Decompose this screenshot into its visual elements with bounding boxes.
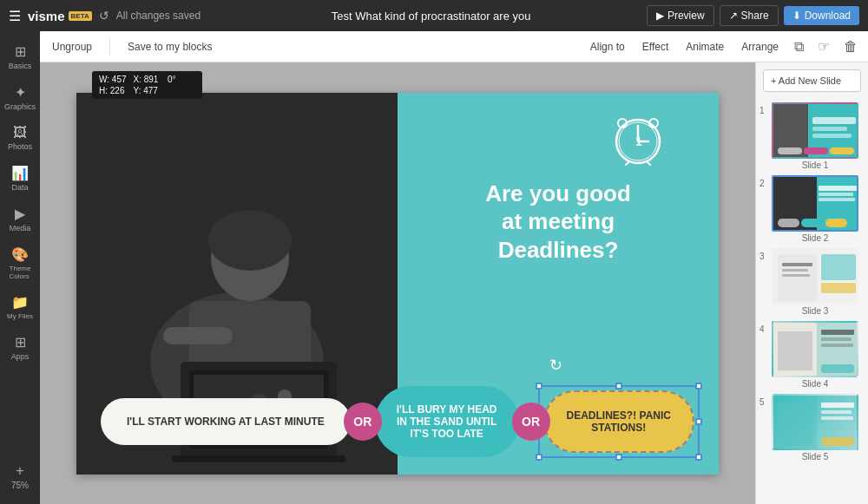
data-icon: 📊 <box>11 165 29 181</box>
editor-area: W: 457 X: 891 0° H: 226 Y: 477 <box>40 62 755 504</box>
logo: visme BETA <box>28 9 92 23</box>
or-1: OR <box>344 403 382 441</box>
theme-colors-icon: 🎨 <box>11 246 29 263</box>
or-2: OR <box>512 403 550 441</box>
sidebar-item-data[interactable]: 📊 Data <box>2 160 38 197</box>
slide-thumb-4 <box>772 321 858 377</box>
align-to-button[interactable]: Align to <box>587 39 628 55</box>
download-button[interactable]: ⬇ Download <box>784 6 859 25</box>
sidebar-item-basics[interactable]: ⊞ Basics <box>2 38 38 75</box>
slide-thumb-1 <box>772 102 858 159</box>
effect-button[interactable]: Effect <box>639 39 672 55</box>
delete-button[interactable]: 🗑 <box>842 37 859 56</box>
svg-point-3 <box>208 210 292 271</box>
undo-icon[interactable]: ↺ <box>99 9 109 23</box>
basics-icon: ⊞ <box>15 43 26 60</box>
finger-button[interactable]: ☞ <box>816 36 832 56</box>
slides-list: 1 <box>756 99 868 504</box>
rotate-handle[interactable]: ↻ <box>549 356 584 375</box>
w-label: W: 457 <box>99 75 127 84</box>
svg-rect-38 <box>825 219 847 227</box>
svg-rect-56 <box>821 403 854 408</box>
sidebar-item-my-files[interactable]: 📁 My Files <box>2 289 38 325</box>
share-button[interactable]: ↗ Share <box>720 5 779 26</box>
sidebar-item-apps[interactable]: ⊞ Apps <box>2 329 38 366</box>
hamburger-icon[interactable]: ☰ <box>9 8 21 24</box>
slide-item-4[interactable]: 4 <box>760 321 865 389</box>
slide-item-1[interactable]: 1 <box>760 102 865 170</box>
graphics-icon: ✦ <box>15 84 26 101</box>
svg-rect-48 <box>778 331 812 370</box>
photos-icon: 🖼 <box>13 125 27 141</box>
animate-button[interactable]: Animate <box>682 39 727 55</box>
slide-thumb-5 <box>772 394 858 450</box>
right-panel: ‹ + Add New Slide 1 <box>755 62 868 504</box>
alarm-clock-icon: 1 <box>610 110 667 167</box>
svg-rect-59 <box>821 437 854 446</box>
svg-rect-51 <box>821 344 853 347</box>
option-1-pill[interactable]: I'LL START WORKING AT LAST MINUTE <box>101 398 351 445</box>
svg-rect-50 <box>821 337 852 341</box>
svg-rect-40 <box>778 254 817 302</box>
svg-rect-43 <box>782 263 812 266</box>
slide-item-3[interactable]: 3 <box>760 248 865 316</box>
options-row: I'LL START WORKING AT LAST MINUTE OR I'L… <box>76 386 719 457</box>
zoom-add-icon[interactable]: + <box>16 463 23 479</box>
logo-beta: BETA <box>69 11 92 21</box>
save-to-blocks-button[interactable]: Save to my blocks <box>124 39 215 55</box>
svg-rect-41 <box>821 254 856 280</box>
slide-item-2[interactable]: 2 <box>760 175 865 243</box>
copy-button[interactable]: ⧉ <box>792 37 806 56</box>
ungroup-button[interactable]: Ungroup <box>49 39 95 55</box>
play-icon: ▶ <box>656 10 664 22</box>
sidebar-item-theme-colors[interactable]: 🎨 ThemeColors <box>2 241 38 285</box>
svg-rect-55 <box>778 403 812 446</box>
option-3-container: DEADLINES?! PANICSTATIONS! <box>543 390 694 453</box>
content-area: W: 457 X: 891 0° H: 226 Y: 477 <box>40 62 868 504</box>
x-label: X: 891 <box>134 75 161 84</box>
transform-overlay: W: 457 X: 891 0° H: 226 Y: 477 <box>92 71 202 99</box>
svg-rect-26 <box>812 127 847 131</box>
saved-text: All changes saved <box>116 10 201 22</box>
svg-rect-29 <box>804 147 828 154</box>
document-title: Test What kind of procrastinator are you <box>332 10 531 23</box>
sidebar-item-media[interactable]: ▶ Media <box>2 200 38 238</box>
zoom-level: 75% <box>11 481 29 490</box>
share-icon: ↗ <box>729 10 738 22</box>
slide-canvas[interactable]: 1 Are you good at meeting Deadlines? ↻ <box>76 93 719 475</box>
svg-rect-33 <box>819 186 857 191</box>
zoom-control: + 75% <box>11 463 29 490</box>
svg-line-21 <box>647 161 650 165</box>
context-toolbar: Ungroup Save to my blocks Align to Effec… <box>40 31 868 62</box>
handle-mr[interactable] <box>695 418 702 425</box>
svg-rect-52 <box>821 364 854 373</box>
my-files-icon: 📁 <box>11 294 29 311</box>
preview-button[interactable]: ▶ Preview <box>647 5 714 26</box>
download-icon: ⬇ <box>792 10 801 22</box>
theme-colors-label: ThemeColors <box>10 265 31 280</box>
sidebar-item-photos[interactable]: 🖼 Photos <box>2 120 38 156</box>
svg-rect-57 <box>821 410 852 414</box>
option-3-pill[interactable]: DEADLINES?! PANICSTATIONS! <box>543 390 694 453</box>
apps-icon: ⊞ <box>15 334 26 350</box>
svg-rect-37 <box>801 219 823 227</box>
my-files-label: My Files <box>7 312 33 320</box>
slide-item-5[interactable]: 5 <box>760 394 865 461</box>
r-label: 0° <box>168 75 195 84</box>
svg-text:1: 1 <box>635 134 642 148</box>
canvas-wrapper[interactable]: W: 457 X: 891 0° H: 226 Y: 477 <box>40 62 755 504</box>
add-slide-button[interactable]: + Add New Slide <box>763 69 861 92</box>
svg-rect-5 <box>163 327 233 344</box>
arrange-button[interactable]: Arrange <box>738 39 782 55</box>
y-label: Y: 477 <box>134 86 161 95</box>
top-bar: ☰ visme BETA ↺ All changes saved Test Wh… <box>0 0 868 31</box>
svg-rect-45 <box>782 274 810 277</box>
sidebar-item-graphics[interactable]: ✦ Graphics <box>2 79 38 116</box>
svg-rect-36 <box>778 219 799 227</box>
option-2-pill[interactable]: I'LL BURY MY HEAD IN THE SAND UNTIL IT'S… <box>375 386 519 457</box>
main-layout: ⊞ Basics ✦ Graphics 🖼 Photos 📊 Data ▶ Me… <box>0 31 868 504</box>
svg-rect-44 <box>782 269 808 272</box>
toolbar-separator-1 <box>109 38 110 56</box>
svg-line-20 <box>626 161 629 165</box>
svg-rect-25 <box>812 117 856 124</box>
